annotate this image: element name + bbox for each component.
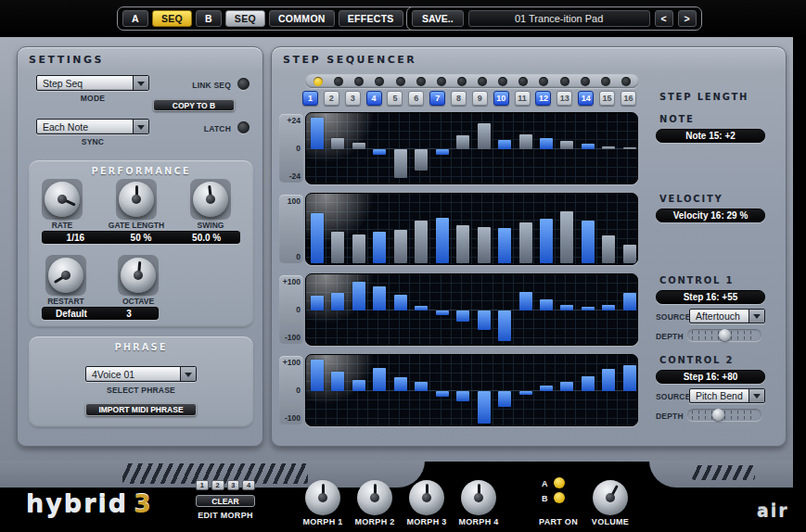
control1-bar-1[interactable] (311, 296, 324, 310)
control2-bar-10[interactable] (498, 391, 511, 407)
note-bar-1[interactable] (311, 118, 324, 149)
preset-prev-button[interactable]: < (655, 10, 673, 27)
control1-depth-slider[interactable] (687, 329, 761, 341)
tab-common[interactable]: COMMON (269, 10, 335, 27)
preset-next-button[interactable]: > (678, 10, 697, 27)
edit-morph-button-2[interactable]: 2 (211, 480, 224, 490)
velocity-bar-16[interactable] (623, 245, 636, 263)
step-button-10[interactable]: 10 (493, 91, 509, 106)
tab-effects[interactable]: EFFECTS (339, 10, 403, 27)
velocity-bar-15[interactable] (602, 235, 615, 263)
note-bar-15[interactable] (602, 146, 615, 149)
save-button[interactable]: SAVE.. (412, 10, 464, 27)
clear-morph-button[interactable]: CLEAR (196, 495, 255, 507)
velocity-bar-2[interactable] (331, 232, 344, 263)
swing-knob[interactable] (193, 182, 228, 217)
note-bar-16[interactable] (623, 147, 636, 149)
step-button-3[interactable]: 3 (345, 91, 361, 106)
step-button-15[interactable]: 15 (599, 91, 615, 106)
part-a-led[interactable] (554, 477, 565, 488)
note-bar-2[interactable] (331, 138, 344, 149)
velocity-bar-14[interactable] (582, 221, 595, 263)
note-bar-6[interactable] (415, 149, 428, 171)
velocity-bar-12[interactable] (540, 219, 553, 263)
link-seq-led[interactable] (237, 78, 249, 90)
note-bar-13[interactable] (560, 141, 573, 149)
morph1-knob[interactable] (305, 480, 340, 515)
morph4-knob[interactable] (461, 480, 496, 515)
edit-morph-button-4[interactable]: 4 (242, 480, 255, 490)
part-b-led[interactable] (554, 492, 565, 503)
velocity-bar-8[interactable] (456, 225, 469, 263)
edit-morph-button-1[interactable]: 1 (196, 480, 209, 490)
step-button-16[interactable]: 16 (620, 91, 636, 106)
control2-chart[interactable] (305, 354, 638, 426)
note-bar-3[interactable] (352, 143, 365, 149)
velocity-bar-11[interactable] (519, 222, 532, 263)
control1-bar-8[interactable] (456, 310, 469, 322)
tab-seq-b[interactable]: SEQ (225, 10, 265, 27)
import-midi-phrase-button[interactable]: IMPORT MIDI PHRASE (85, 403, 197, 416)
velocity-chart[interactable] (305, 193, 638, 265)
control2-bar-7[interactable] (436, 391, 449, 397)
control1-chart[interactable] (305, 273, 638, 346)
control2-bar-6[interactable] (415, 382, 428, 392)
control2-bar-8[interactable] (456, 391, 469, 401)
step-button-12[interactable]: 12 (535, 91, 551, 106)
morph2-knob[interactable] (357, 480, 392, 515)
mode-dropdown[interactable]: Step Seq (36, 75, 149, 91)
control1-bar-12[interactable] (540, 299, 553, 310)
control2-bar-13[interactable] (560, 382, 573, 392)
velocity-bar-5[interactable] (394, 230, 407, 263)
control2-bar-4[interactable] (373, 368, 386, 391)
gate-length-knob[interactable] (119, 182, 154, 217)
control2-bar-15[interactable] (602, 369, 615, 391)
velocity-bar-4[interactable] (373, 232, 386, 263)
select-phrase-dropdown[interactable]: 4Voice 01 (85, 366, 197, 382)
note-bar-10[interactable] (498, 140, 511, 149)
velocity-bar-7[interactable] (436, 218, 449, 263)
note-bar-7[interactable] (436, 149, 449, 155)
control2-bar-9[interactable] (478, 391, 491, 424)
step-button-1[interactable]: 1 (302, 91, 318, 106)
control2-bar-11[interactable] (519, 391, 532, 395)
step-button-9[interactable]: 9 (472, 91, 488, 106)
copy-to-b-button[interactable]: COPY TO B (153, 99, 235, 111)
step-button-4[interactable]: 4 (366, 91, 382, 106)
restart-knob[interactable] (48, 258, 83, 293)
velocity-bar-9[interactable] (478, 227, 491, 263)
control2-bar-12[interactable] (540, 386, 553, 391)
tab-part-a[interactable]: A (122, 10, 148, 27)
control2-source-dropdown[interactable]: Pitch Bend (689, 388, 765, 403)
octave-knob[interactable] (121, 258, 156, 293)
step-button-11[interactable]: 11 (515, 91, 531, 106)
note-bar-14[interactable] (582, 144, 595, 149)
sync-dropdown[interactable]: Each Note (36, 119, 149, 134)
velocity-bar-6[interactable] (415, 221, 428, 263)
control1-bar-10[interactable] (498, 310, 511, 341)
latch-led[interactable] (237, 121, 249, 133)
control2-depth-slider[interactable] (687, 409, 761, 421)
note-bar-5[interactable] (394, 149, 407, 178)
step-button-5[interactable]: 5 (387, 91, 403, 106)
step-button-13[interactable]: 13 (557, 91, 572, 106)
note-chart[interactable] (305, 112, 638, 184)
control2-bar-5[interactable] (394, 377, 407, 391)
control1-bar-6[interactable] (415, 306, 428, 310)
note-bar-12[interactable] (540, 138, 553, 149)
velocity-bar-3[interactable] (352, 234, 365, 263)
control1-bar-15[interactable] (602, 305, 615, 310)
control1-bar-5[interactable] (394, 295, 407, 310)
control1-bar-14[interactable] (582, 307, 595, 310)
control2-bar-2[interactable] (331, 372, 344, 391)
control1-bar-7[interactable] (436, 310, 449, 315)
rate-knob[interactable] (45, 182, 80, 217)
preset-name-display[interactable]: 01 Trance-ition Pad (468, 10, 650, 27)
control2-bar-14[interactable] (582, 376, 595, 391)
velocity-bar-10[interactable] (498, 228, 511, 263)
edit-morph-button-3[interactable]: 3 (227, 480, 240, 490)
velocity-bar-13[interactable] (560, 211, 573, 263)
control1-source-dropdown[interactable]: Aftertouch (689, 309, 765, 323)
volume-knob[interactable] (593, 480, 628, 515)
control2-bar-3[interactable] (352, 380, 365, 391)
